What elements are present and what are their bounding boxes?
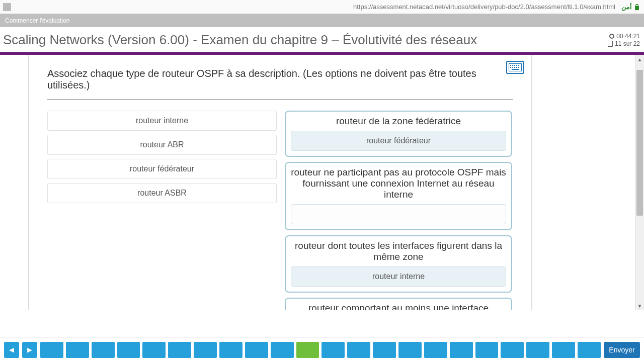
target-group[interactable]: routeur dont toutes les interfaces figur… xyxy=(285,235,512,293)
drop-zone[interactable]: routeur interne xyxy=(291,266,506,287)
svg-rect-4 xyxy=(516,65,517,66)
target-group[interactable]: routeur ne participant pas au protocole … xyxy=(285,162,512,230)
source-item[interactable]: routeur fédérateur xyxy=(47,159,277,179)
drop-zone[interactable]: routeur fédérateur xyxy=(291,131,506,151)
progress: 11 sur 22 xyxy=(615,40,640,48)
question-tile[interactable] xyxy=(373,342,396,358)
start-label: Commencer l'évaluation xyxy=(5,17,69,24)
question-tile[interactable] xyxy=(168,342,191,358)
question-tile[interactable] xyxy=(296,342,319,358)
page-icon xyxy=(608,41,613,47)
start-bar[interactable]: Commencer l'évaluation xyxy=(0,14,644,27)
exam-header: Scaling Networks (Version 6.00) - Examen… xyxy=(0,27,644,52)
svg-rect-7 xyxy=(512,67,513,68)
target-title: routeur ne participant pas au protocole … xyxy=(291,167,506,200)
target-title: routeur de la zone fédératrice xyxy=(291,116,506,127)
question-tile[interactable] xyxy=(40,342,63,358)
question-tile[interactable] xyxy=(501,342,524,358)
question-rule xyxy=(47,99,513,100)
clock-icon xyxy=(609,34,614,39)
security-label: أمن xyxy=(619,3,634,11)
exam-title: Scaling Networks (Version 6.00) - Examen… xyxy=(3,32,477,48)
keyboard-icon[interactable] xyxy=(506,61,524,74)
scroll-up-button[interactable]: ▲ xyxy=(635,55,644,64)
svg-rect-9 xyxy=(516,67,517,68)
question-stage: Associez chaque type de routeur OSPF à s… xyxy=(0,55,644,310)
targets-column: routeur de la zone fédératrice routeur f… xyxy=(285,111,512,310)
submit-button[interactable]: Envoyer xyxy=(604,342,640,358)
svg-rect-2 xyxy=(512,65,513,66)
target-title: routeur dont toutes les interfaces figur… xyxy=(291,240,506,262)
question-tile[interactable] xyxy=(526,342,549,358)
target-group[interactable]: routeur de la zone fédératrice routeur f… xyxy=(285,111,512,157)
question-tile[interactable] xyxy=(424,342,447,358)
question-nav: ◀ ▶ Envoyer xyxy=(0,337,644,362)
favicon xyxy=(3,3,11,11)
svg-rect-11 xyxy=(512,69,519,70)
scroll-thumb[interactable] xyxy=(636,70,643,216)
address-bar: https://assessment.netacad.net/virtuoso/… xyxy=(0,0,644,14)
svg-rect-8 xyxy=(514,67,515,68)
question-tile[interactable] xyxy=(398,342,422,358)
source-item[interactable]: routeur ASBR xyxy=(47,183,277,203)
question-tile[interactable] xyxy=(245,342,268,358)
question-tile[interactable] xyxy=(66,342,89,358)
timer: 00:44:21 xyxy=(616,33,640,40)
question-tile[interactable] xyxy=(194,342,217,358)
question-tile[interactable] xyxy=(450,342,473,358)
question-tile[interactable] xyxy=(219,342,243,358)
question-tile[interactable] xyxy=(117,342,140,358)
source-item[interactable]: routeur interne xyxy=(47,111,277,131)
target-group[interactable]: routeur comportant au moins une interfac… xyxy=(285,298,512,310)
question-tile[interactable] xyxy=(271,342,294,358)
question-tile[interactable] xyxy=(578,342,601,358)
svg-rect-5 xyxy=(518,65,519,66)
question-prompt: Associez chaque type de routeur OSPF à s… xyxy=(47,68,513,91)
question-tiles xyxy=(40,342,601,358)
drop-zone[interactable] xyxy=(291,204,506,224)
exam-meta: 00:44:21 11 sur 22 xyxy=(608,33,640,48)
svg-rect-3 xyxy=(514,65,515,66)
question-tile[interactable] xyxy=(142,342,166,358)
sources-column: routeur interne routeur ABR routeur fédé… xyxy=(47,111,277,310)
question-tile[interactable] xyxy=(347,342,370,358)
question-paper: Associez chaque type de routeur OSPF à s… xyxy=(28,55,532,310)
target-title: routeur comportant au moins une interfac… xyxy=(291,303,506,310)
question-tile[interactable] xyxy=(475,342,499,358)
prev-button[interactable]: ◀ xyxy=(4,342,19,358)
question-tile[interactable] xyxy=(321,342,345,358)
next-button[interactable]: ▶ xyxy=(22,342,37,358)
svg-rect-10 xyxy=(518,67,519,68)
lock-icon xyxy=(634,4,640,11)
question-tile[interactable] xyxy=(552,342,575,358)
scroll-down-button[interactable]: ▼ xyxy=(635,301,644,310)
question-tile[interactable] xyxy=(92,342,115,358)
svg-rect-6 xyxy=(510,67,511,68)
scrollbar[interactable]: ▲ ▼ xyxy=(635,55,644,310)
svg-rect-1 xyxy=(510,65,511,66)
url-text: https://assessment.netacad.net/virtuoso/… xyxy=(14,3,619,11)
source-item[interactable]: routeur ABR xyxy=(47,135,277,155)
